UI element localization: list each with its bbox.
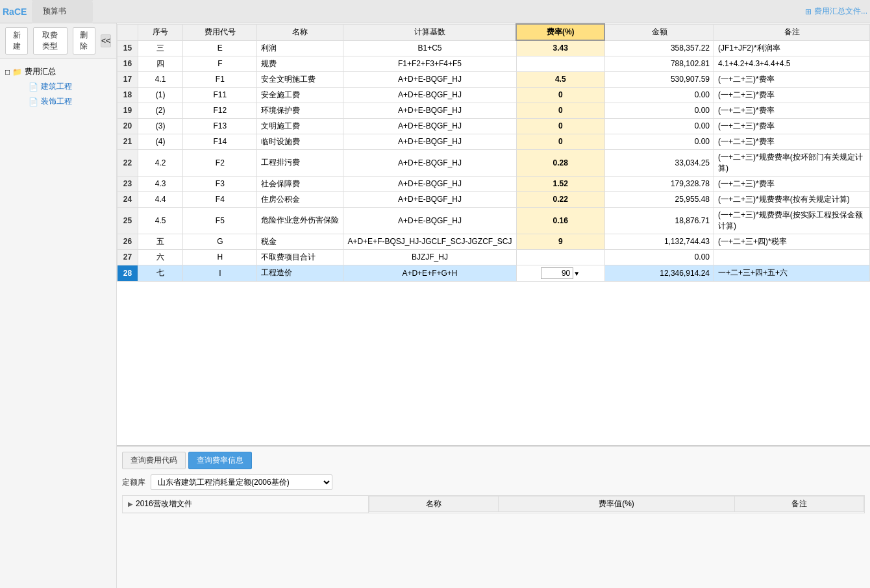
new-button[interactable]: 新建	[5, 27, 28, 55]
cell-seq: 四	[138, 56, 183, 71]
cell-rate	[516, 56, 604, 71]
cell-amount: 0.00	[604, 118, 714, 134]
cell-base: F1+F2+F3+F4+F5	[343, 56, 516, 71]
table-row: 27六H不取费项目合计BJZJF_HJ0.00	[118, 249, 870, 265]
cell-rowno: 19	[118, 103, 138, 118]
doc-icon: 📄	[29, 82, 38, 92]
cell-amount: 1,132,744.43	[604, 234, 714, 249]
fee-summary-file-btn[interactable]: 费用汇总文件...	[814, 6, 867, 17]
nav-tab-budget[interactable]: 预算书	[32, 1, 93, 21]
folder-icon: 📁	[12, 67, 22, 77]
cell-rate: 0	[516, 87, 604, 103]
cell-base: BJZJF_HJ	[343, 249, 516, 265]
col-header-3: 计算基数	[343, 24, 516, 40]
cell-base: A+D+E+F-BQSJ_HJ-JGCLF_SCJ-JGZCF_SCJ	[343, 234, 516, 249]
sub-table-col-header: 名称	[369, 496, 499, 512]
cell-base: A+D+E-BQGF_HJ	[343, 87, 516, 103]
rate-sub-table: 名称费率值(%)备注	[369, 496, 864, 512]
collapse-button[interactable]: <<	[101, 34, 111, 47]
sidebar: 新建 取费类型 删除 << □ 📁 费用汇总 📄建筑工程📄装饰工程	[0, 23, 117, 588]
table-row: 19(2)F12环境保护费A+D+E-BQGF_HJ00.00(一+二+三)*费…	[118, 103, 870, 118]
cell-rowno: 17	[118, 71, 138, 87]
col-header-6: 备注	[714, 24, 870, 40]
bottom-tab-query-rate-info[interactable]: 查询费率信息	[188, 452, 252, 469]
bottom-tree-item[interactable]: ▶2016营改增文件	[123, 496, 368, 513]
cell-amount: 530,907.59	[604, 71, 714, 87]
cell-name: 安全文明施工费	[257, 71, 343, 87]
rate-input[interactable]	[541, 267, 573, 279]
cell-name: 利润	[257, 40, 343, 56]
main-table-area[interactable]: 序号费用代号名称计算基数费率(%)金额备注 15三E利润B1+C53.43358…	[117, 23, 870, 445]
cell-name: 危险作业意外伤害保险	[257, 207, 343, 234]
cell-rate[interactable]: ▼	[516, 265, 604, 281]
cell-amount: 0.00	[604, 249, 714, 265]
cell-base: A+D+E+F+G+H	[343, 265, 516, 281]
cell-rate: 0	[516, 118, 604, 134]
cell-rate: 1.52	[516, 176, 604, 191]
table-row: 174.1F1安全文明施工费A+D+E-BQGF_HJ4.5530,907.59…	[118, 71, 870, 87]
cell-rate: 0.28	[516, 149, 604, 176]
table-row: 20(3)F13文明施工费A+D+E-BQGF_HJ00.00(一+二+三)*费…	[118, 118, 870, 134]
table-row: 16四F规费F1+F2+F3+F4+F5788,102.814.1+4.2+4.…	[118, 56, 870, 71]
cell-remark: (一+二+三)*费率	[714, 176, 870, 191]
cell-amount: 788,102.81	[604, 56, 714, 71]
cell-seq: (2)	[138, 103, 183, 118]
sidebar-tree-child[interactable]: 📄建筑工程	[16, 79, 114, 94]
bottom-form: 定额库 山东省建筑工程消耗量定额(2006基价)	[122, 474, 865, 490]
cell-rate: 0	[516, 103, 604, 118]
cell-seq: 4.4	[138, 191, 183, 207]
cell-remark: 4.1+4.2+4.3+4.4+4.5	[714, 56, 870, 71]
col-header-4: 费率(%)	[516, 24, 604, 40]
cell-remark: 一+二+三+四+五+六	[714, 265, 870, 281]
sub-table-col-header: 备注	[734, 496, 864, 512]
cell-remark: (一+二+三)*费率	[714, 71, 870, 87]
cell-code: G	[183, 234, 257, 249]
cell-seq: 三	[138, 40, 183, 56]
cell-name: 规费	[257, 56, 343, 71]
sidebar-toolbar: 新建 取费类型 删除 <<	[0, 23, 116, 59]
top-navigation: RaCE 造价分析工程概况取费设置预算书独立费人材机汇总费用汇总 ⊞ 费用汇总文…	[0, 0, 870, 23]
cell-code: F11	[183, 87, 257, 103]
cell-base: A+D+E-BQGF_HJ	[343, 71, 516, 87]
cell-code: H	[183, 249, 257, 265]
bottom-tab-query-fee-code[interactable]: 查询费用代码	[122, 452, 186, 469]
cell-rowno: 20	[118, 118, 138, 134]
rate-dropdown-icon[interactable]: ▼	[573, 270, 580, 277]
quota-select[interactable]: 山东省建筑工程消耗量定额(2006基价)	[151, 474, 332, 490]
sub-table-col-header: 费率值(%)	[499, 496, 735, 512]
cell-code: F13	[183, 118, 257, 134]
cell-rowno: 16	[118, 56, 138, 71]
tree-child-label: 建筑工程	[41, 81, 72, 92]
cell-name: 住房公积金	[257, 191, 343, 207]
cell-code: F5	[183, 207, 257, 234]
cell-remark: (JF1+JF2)*利润率	[714, 40, 870, 56]
cell-rate: 4.5	[516, 71, 604, 87]
cell-name: 临时设施费	[257, 134, 343, 149]
cell-seq: 五	[138, 234, 183, 249]
cell-rowno: 18	[118, 87, 138, 103]
fee-table: 序号费用代号名称计算基数费率(%)金额备注 15三E利润B1+C53.43358…	[117, 23, 870, 282]
cell-code: F2	[183, 149, 257, 176]
form-label: 定额库	[122, 477, 145, 488]
fee-type-button[interactable]: 取费类型	[33, 27, 67, 55]
cell-rate: 9	[516, 234, 604, 249]
cell-base: A+D+E-BQGF_HJ	[343, 118, 516, 134]
table-row: 254.5F5危险作业意外伤害保险A+D+E-BQGF_HJ0.1618,876…	[118, 207, 870, 234]
cell-code: F	[183, 56, 257, 71]
tree-root-item[interactable]: □ 📁 费用汇总	[3, 64, 114, 79]
cell-base: A+D+E-BQGF_HJ	[343, 207, 516, 234]
cell-amount: 12,346,914.24	[604, 265, 714, 281]
bottom-left-panel: ▶2016营改增文件	[122, 495, 369, 513]
sidebar-tree-child[interactable]: 📄装饰工程	[16, 94, 114, 109]
table-row: 21(4)F14临时设施费A+D+E-BQGF_HJ00.00(一+二+三)*费…	[118, 134, 870, 149]
cell-name: 安全施工费	[257, 87, 343, 103]
main-content: 序号费用代号名称计算基数费率(%)金额备注 15三E利润B1+C53.43358…	[117, 23, 870, 588]
col-header-rowno	[118, 24, 138, 40]
cell-rate: 0	[516, 134, 604, 149]
cell-name: 税金	[257, 234, 343, 249]
nav-right-area: ⊞ 费用汇总文件...	[805, 6, 867, 17]
cell-seq: 七	[138, 265, 183, 281]
cell-rowno: 28	[118, 265, 138, 281]
delete-button[interactable]: 删除	[73, 27, 95, 55]
cell-name: 工程造价	[257, 265, 343, 281]
